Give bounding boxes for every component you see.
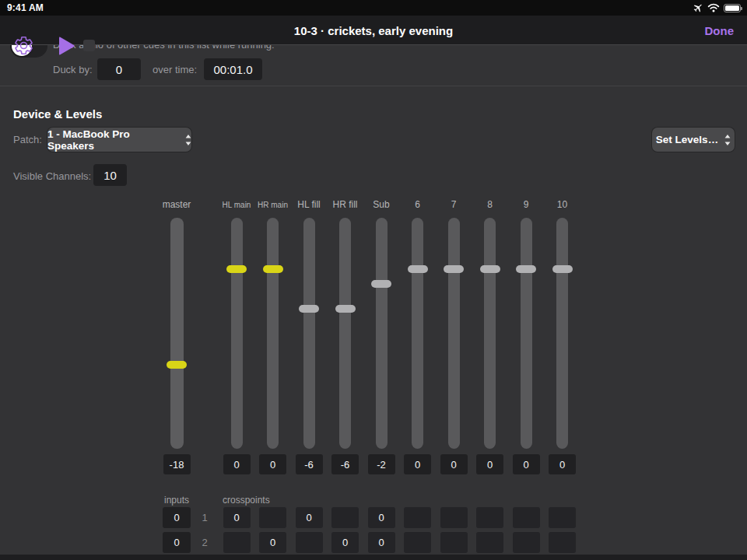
fader-channel: master -18 xyxy=(159,199,195,476)
play-button[interactable] xyxy=(58,37,75,55)
fader-track[interactable] xyxy=(170,218,184,449)
fader-track[interactable] xyxy=(412,218,423,449)
fader-thumb[interactable] xyxy=(444,265,464,273)
fader-thumb[interactable] xyxy=(226,265,247,273)
fader-value-field[interactable]: 0 xyxy=(476,454,503,474)
wifi-icon xyxy=(707,3,720,12)
fader-thumb[interactable] xyxy=(335,305,356,313)
input-row-number: 1 xyxy=(196,507,213,528)
fader-thumb[interactable] xyxy=(167,361,187,369)
fader-channel: 8 0 xyxy=(472,199,508,476)
fader-thumb[interactable] xyxy=(516,265,536,273)
fader-thumb[interactable] xyxy=(480,265,500,273)
crosspoint-cell[interactable] xyxy=(513,532,540,553)
fader-thumb[interactable] xyxy=(299,305,319,313)
crosspoint-cell[interactable]: 0 xyxy=(259,532,286,553)
status-time: 9:41 AM xyxy=(7,2,44,13)
crosspoint-cell[interactable] xyxy=(440,532,468,553)
fader-value-field[interactable]: 0 xyxy=(513,454,540,474)
patch-dropdown[interactable]: 1 - MacBook Pro Speakers xyxy=(47,128,191,152)
fader-track[interactable] xyxy=(484,218,496,449)
fader-thumb[interactable] xyxy=(552,265,573,273)
fader-track[interactable] xyxy=(339,218,351,449)
fader-channel: Sub -2 xyxy=(363,199,399,476)
fader-track[interactable] xyxy=(267,218,279,449)
battery-icon xyxy=(724,4,741,12)
fader-channel: 9 0 xyxy=(508,199,544,476)
input-level-cell[interactable]: 0 xyxy=(163,532,191,553)
crosspoint-cell[interactable] xyxy=(476,507,503,528)
stop-button[interactable] xyxy=(83,40,95,51)
visible-channels-field[interactable]: 10 xyxy=(93,164,127,186)
crosspoint-cell[interactable]: 0 xyxy=(223,507,251,528)
crosspoint-cell[interactable] xyxy=(440,507,468,528)
fader-track[interactable] xyxy=(376,218,388,449)
patch-value: 1 - MacBook Pro Speakers xyxy=(47,128,179,152)
fader-channel: HR main 0 xyxy=(255,199,291,476)
fader-track[interactable] xyxy=(231,218,243,449)
matrix-row: 0 2 000 xyxy=(0,532,747,553)
crosspoint-cell[interactable] xyxy=(513,507,540,528)
fader-value-field[interactable]: 0 xyxy=(440,454,468,474)
fader-value-field[interactable]: -2 xyxy=(368,454,395,474)
crosspoint-cell[interactable] xyxy=(549,532,576,553)
nav-bar: 10-3 · crickets, early evening Done xyxy=(0,16,747,45)
fader-value-field[interactable]: 0 xyxy=(223,454,251,474)
fader-track[interactable] xyxy=(556,218,568,449)
over-time-field[interactable]: 00:01.0 xyxy=(204,58,262,80)
chevron-up-down-icon xyxy=(185,135,191,145)
fader-value-field[interactable]: -6 xyxy=(331,454,359,474)
fader-track[interactable] xyxy=(448,218,460,449)
crosspoint-cell[interactable] xyxy=(404,507,431,528)
fader-value-field[interactable]: 0 xyxy=(404,454,431,474)
crosspoint-cell[interactable] xyxy=(331,507,359,528)
fader-value-field[interactable]: -6 xyxy=(296,454,323,474)
input-row-number: 2 xyxy=(196,532,213,553)
done-button[interactable]: Done xyxy=(705,24,735,37)
airplane-mode-icon xyxy=(693,2,703,13)
inputs-label: inputs xyxy=(153,495,200,506)
fader-channel: 7 0 xyxy=(436,199,472,476)
set-levels-dropdown[interactable]: Set Levels… xyxy=(652,128,735,152)
crosspoint-cell[interactable] xyxy=(259,507,286,528)
crosspoint-cell[interactable]: 0 xyxy=(368,507,395,528)
fader-channel: 10 0 xyxy=(545,199,580,476)
crosspoint-cell[interactable] xyxy=(223,532,251,553)
matrix-row: 0 1 000 xyxy=(0,507,747,528)
cue-title: 10-3 · crickets, early evening xyxy=(0,24,747,37)
fader-track[interactable] xyxy=(521,218,532,449)
section-divider xyxy=(0,86,747,86)
fader-value-field[interactable]: 0 xyxy=(259,454,286,474)
crosspoint-cell[interactable] xyxy=(549,507,576,528)
gear-icon xyxy=(13,35,34,56)
fader-thumb[interactable] xyxy=(263,265,283,273)
crosspoint-cell[interactable]: 0 xyxy=(331,532,359,553)
crosspoint-cell[interactable]: 0 xyxy=(296,507,323,528)
settings-button[interactable] xyxy=(13,35,34,56)
duck-by-field[interactable]: 0 xyxy=(97,58,141,80)
fader-channel-label: master xyxy=(151,199,202,210)
crosspoint-cell[interactable] xyxy=(296,532,323,553)
bottom-inset xyxy=(0,555,747,560)
chevron-up-down-icon xyxy=(724,135,731,145)
fader-thumb[interactable] xyxy=(408,265,428,273)
input-level-cell[interactable]: 0 xyxy=(163,507,191,528)
play-icon xyxy=(58,37,75,55)
status-bar: 9:41 AM xyxy=(0,0,747,16)
fader-track[interactable] xyxy=(303,218,315,449)
fader-thumb[interactable] xyxy=(371,280,391,288)
set-levels-label: Set Levels… xyxy=(656,134,718,145)
fader-channel: 6 0 xyxy=(400,199,436,476)
crosspoint-cell[interactable] xyxy=(476,532,503,553)
visible-channels-label: Visible Channels: xyxy=(13,170,91,182)
crosspoint-cell[interactable]: 0 xyxy=(368,532,395,553)
crosspoint-cell[interactable] xyxy=(404,532,431,553)
device-levels-heading: Device & Levels xyxy=(13,107,102,121)
crosspoints-label: crosspoints xyxy=(223,495,270,506)
duck-by-label: Duck by: xyxy=(53,64,93,75)
fader-value-field[interactable]: 0 xyxy=(549,454,576,474)
over-time-label: over time: xyxy=(153,64,197,75)
fader-value-field[interactable]: -18 xyxy=(163,454,191,474)
fader-channel: HL fill -6 xyxy=(291,199,327,476)
patch-label: Patch: xyxy=(13,134,42,145)
